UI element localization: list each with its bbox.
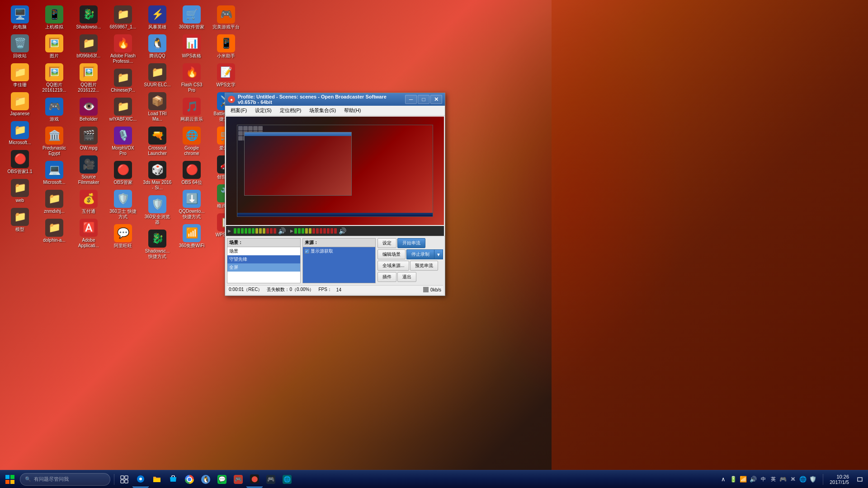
taskbar-icon-obs[interactable]: ⬤ — [246, 471, 263, 488]
desktop-icon-obs64[interactable]: 🔴 OBS 64位 — [175, 159, 208, 187]
desktop-icon-hufu[interactable]: 💰 互付通 — [72, 188, 105, 216]
obs-menu-help[interactable]: 帮助(H) — [340, 106, 364, 115]
obs-sources-list[interactable]: ✓ 显示源获取 — [302, 247, 376, 283]
obs-start-stream-button[interactable]: 开始串流 — [397, 238, 425, 248]
desktop-icon-360browser[interactable]: 🛡️ 360安全浏览器 — [141, 193, 174, 227]
desktop-icon-netease[interactable]: 🎵 网易云音乐 — [175, 96, 208, 124]
desktop-icon-6859867[interactable]: 📁 6859867_1... — [107, 4, 139, 32]
obs-edit-scene-button[interactable]: 编辑场景 — [377, 249, 406, 259]
notification-button[interactable] — [854, 471, 866, 488]
desktop-icon-adobeflash[interactable]: 🔥 Adobe Flash Professi... — [107, 33, 139, 66]
desktop-icon-microsoft2[interactable]: 💻 Microsoft... — [38, 159, 71, 187]
desktop-icon-games[interactable]: 🎮 游戏 — [38, 96, 71, 124]
desktop-icon-alibaba[interactable]: 💬 阿里旺旺 — [107, 222, 139, 250]
desktop-icon-wps-table[interactable]: 📊 WPS表格 — [175, 33, 208, 61]
desktop-icon-qqdownload[interactable]: ⬇️ QQDownlo... 快捷方式 — [175, 188, 208, 221]
start-button[interactable] — [2, 472, 18, 487]
obs-scenes-list[interactable]: 场景 守望先锋 全屏 — [227, 247, 301, 283]
desktop-icon-japanese[interactable]: 📁 Japanese — [4, 90, 36, 118]
desktop-icon-morphvox[interactable]: 🎙️ MorphVOX Pro — [107, 125, 139, 158]
tray-icon-ime-cn[interactable]: 中 — [759, 475, 768, 484]
obs-scene-item-1[interactable]: 场景 — [227, 247, 300, 255]
obs-menu-file[interactable]: 档案(F) — [227, 106, 250, 115]
tray-icon-1[interactable]: 🔋 — [729, 475, 738, 484]
close-button[interactable]: ✕ — [430, 95, 442, 104]
desktop-icon-qqpic2[interactable]: 🖼️ QQ图片 2016122... — [72, 61, 105, 95]
tray-icon-lang2[interactable]: Ж — [788, 475, 797, 484]
taskbar-icon-wechat[interactable]: 💬 — [214, 471, 230, 488]
obs-menu-scenes[interactable]: 场景集合(S) — [306, 106, 340, 115]
desktop-icon-suur[interactable]: 📁 SUUR·ELC... — [141, 61, 174, 89]
taskbar-icon-edge[interactable] — [132, 471, 149, 488]
desktop-icon-pc[interactable]: 🖥️ 此电脑 — [4, 4, 36, 32]
desktop-icon-dolphin[interactable]: 📁 dolphin-a... — [38, 217, 71, 245]
desktop-icon-beholder[interactable]: 👁️ Beholder — [72, 96, 105, 124]
maximize-button[interactable]: □ — [418, 95, 429, 104]
desktop-icon-xiaomi[interactable]: 📱 小米助手 — [210, 33, 242, 61]
desktop-icon-obs1[interactable]: 🔴 OBS管家1.1 — [4, 148, 36, 176]
desktop-icon-web[interactable]: 📁 web — [4, 177, 36, 205]
minimize-button[interactable]: ─ — [405, 95, 417, 104]
tray-icon-6[interactable]: 🛡️ — [808, 475, 817, 484]
desktop-icon-shangji[interactable]: 📱 上机模拟 — [38, 4, 71, 32]
desktop-icon-source-filmmaker[interactable]: 🎥 Source Filmmaker — [72, 154, 105, 187]
obs-record-dropdown[interactable]: ▼ — [434, 249, 443, 259]
taskbar-search-bar[interactable]: 🔍 有问题尽管问我 — [20, 473, 110, 486]
taskbar-icon-explorer[interactable] — [149, 471, 165, 488]
desktop-icon-360soft[interactable]: 🛒 360软件管家 — [175, 4, 208, 32]
obs-menu-profile[interactable]: 定位档(P) — [276, 106, 305, 115]
desktop-icon-folder1[interactable]: 📁 李佳珊 — [4, 61, 36, 89]
tray-icon-5[interactable]: 🌐 — [798, 475, 807, 484]
desktop-icon-shadowso[interactable]: 🐉 Shadowso... — [72, 4, 105, 32]
taskbar-icon-browser2[interactable]: 🌐 — [279, 471, 295, 488]
obs-global-source-button[interactable]: 全域来源... — [377, 261, 409, 271]
desktop-icon-360wifi[interactable]: 📶 360免费WiFi — [175, 222, 208, 250]
obs-preview-stream-button[interactable]: 预览串流 — [410, 261, 438, 271]
desktop-icon-microsoft[interactable]: 📁 Microsoft... — [4, 119, 36, 147]
desktop-icon-chinesep[interactable]: 📁 Chinese(P... — [107, 67, 139, 95]
tray-expand[interactable]: ∧ — [719, 475, 728, 484]
desktop-icon-crossout[interactable]: 🔫 Crossout Launcher — [141, 125, 174, 158]
desktop-icon-qqpic1[interactable]: 🖼️ QQ图片 20161219... — [38, 61, 71, 95]
desktop-icon-fengyun[interactable]: ⚡ 风暴英雄 — [141, 4, 174, 32]
desktop-icon-wps-word[interactable]: 📝 WPS文字 — [210, 61, 242, 89]
desktop-icon-360safe[interactable]: 🛡️ 360卫士 快捷方式 — [107, 188, 139, 221]
obs-stop-record-button[interactable]: 停止录制 — [406, 249, 434, 259]
obs-menu-settings[interactable]: 设定(S) — [251, 106, 275, 115]
obs-plugins-button[interactable]: 插件 — [377, 272, 396, 282]
taskbar-icon-browser[interactable] — [181, 471, 198, 488]
desktop-icon-predynastic[interactable]: 🏛️ Predynastic Egypt — [38, 125, 71, 158]
desktop-icon-znmd[interactable]: 📁 znmdxhj... — [38, 188, 71, 216]
desktop-icon-qq[interactable]: 🐧 腾讯QQ — [141, 33, 174, 61]
desktop-icon-obs3ds[interactable]: 🎲 3ds Max 2016 - Si... — [141, 159, 174, 192]
desktop-icon-owmpg[interactable]: 🎬 OW.mpg — [72, 125, 105, 153]
obs-scene-item-2[interactable]: 守望先锋 — [227, 255, 300, 263]
taskbar-clock[interactable]: 10:26 2017/1/5 — [827, 474, 852, 485]
desktop-icon-google-chrome[interactable]: 🌐 Google chrome — [175, 125, 208, 158]
desktop-icon-recycle[interactable]: 🗑️ 回收站 — [4, 33, 36, 61]
taskbar-task-view[interactable] — [116, 471, 132, 488]
taskbar-icon-game[interactable]: 🎮 — [230, 471, 246, 488]
obs-window[interactable]: ● Profile: Untitled - Scenes: scenes - O… — [225, 93, 445, 296]
desktop-icon-wanmei[interactable]: 🎮 完美游戏平台 — [210, 4, 242, 32]
tray-icon-ime-en[interactable]: 英 — [769, 475, 778, 484]
desktop-icon-adobe2[interactable]: 🅰️ Adobe Applicati... — [72, 217, 105, 250]
tray-icon-2[interactable]: 📶 — [739, 475, 748, 484]
tray-icon-steam-tray[interactable]: 🎮 — [778, 475, 788, 484]
source-checkbox[interactable]: ✓ — [305, 249, 309, 253]
obs-source-item-1[interactable]: ✓ 显示源获取 — [303, 247, 376, 255]
taskbar-icon-qq[interactable]: 🐧 — [198, 471, 214, 488]
desktop-icon-flashcs3[interactable]: 🔥 Flash CS3 Pro — [175, 61, 208, 95]
obs-exit-button[interactable]: 退出 — [397, 272, 416, 282]
desktop-icon-wiyabafx[interactable]: 📁 wIYABFXfC... — [107, 96, 139, 124]
desktop-icon-obsguanjia[interactable]: 🔴 OBS管家 — [107, 159, 139, 187]
desktop-icon-loadtri[interactable]: 📦 Load TRI Ma... — [141, 90, 174, 124]
obs-settings-button[interactable]: 设定 — [377, 238, 396, 248]
taskbar-icon-store[interactable] — [165, 471, 181, 488]
tray-icon-3[interactable]: 🔊 — [749, 475, 758, 484]
desktop-icon-pictures[interactable]: 🖼️ 图片 — [38, 33, 71, 61]
obs-scene-item-3[interactable]: 全屏 — [227, 263, 300, 272]
desktop-icon-shadowsc2[interactable]: 🐉 Shadowsc... 快捷方式 — [141, 228, 174, 261]
desktop-icon-bf096b[interactable]: 📁 bf096b63f... — [72, 33, 105, 61]
taskbar-icon-steam[interactable]: 🎮 — [263, 471, 279, 488]
